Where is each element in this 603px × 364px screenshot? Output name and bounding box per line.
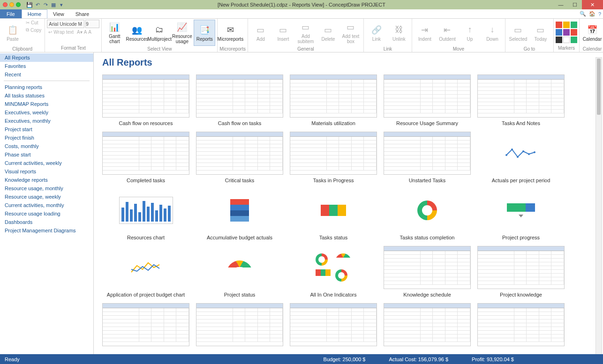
add-subitem-button[interactable]: ▭Add subitem <box>295 20 317 46</box>
vertical-scrollbar[interactable] <box>595 57 602 359</box>
sidebar-item-resource-usage-weekly[interactable]: Resource usage, weekly <box>0 193 93 201</box>
sidebar-item-executives-monthly[interactable]: Executives, monthly <box>0 117 93 125</box>
report-tile-application-of-project-budget-chart[interactable]: Application of project budget chart <box>102 246 189 297</box>
resource-usage-button[interactable]: 📈Resource usage <box>171 20 193 46</box>
down-button[interactable]: ↓Down <box>482 20 503 46</box>
report-tile-row23[interactable] <box>384 303 471 349</box>
close-button[interactable]: ✕ <box>582 0 603 9</box>
sidebar-item-costs-monthly[interactable]: Costs, monthly <box>0 142 93 150</box>
sidebar-item-mindmap-reports[interactable]: MINDMAP Reports <box>0 100 93 108</box>
font-size-select[interactable] <box>85 20 99 28</box>
maximize-button[interactable]: ☐ <box>568 0 582 9</box>
sidebar-item-phase-start[interactable]: Phase start <box>0 150 93 159</box>
report-tile-critical-tasks[interactable]: Critical tasks <box>196 132 283 183</box>
calendar-button[interactable]: 📅Calendar <box>581 20 603 46</box>
sidebar-item-dashboards[interactable]: Dashboards <box>0 218 93 226</box>
sidebar-item-resource-usage-loading[interactable]: Resource usage loading <box>0 209 93 218</box>
report-tile-row22[interactable] <box>290 303 377 349</box>
tab-home[interactable]: Home <box>22 9 47 18</box>
sidebar-item-recent[interactable]: Recent <box>0 70 93 79</box>
report-tile-project-progress[interactable]: Project progress <box>477 189 565 240</box>
file-menu[interactable]: File <box>0 9 22 18</box>
insert-button[interactable]: ▭Insert <box>272 20 294 46</box>
sidebar-item-favorites[interactable]: Favorites <box>0 62 93 70</box>
report-tile-label: Project progress <box>502 235 540 240</box>
sidebar-item-project-finish[interactable]: Project finish <box>0 134 93 142</box>
report-tile-unstarted-tasks[interactable]: Unstarted Tasks <box>384 132 471 183</box>
cut-button[interactable]: ✂Cut <box>24 20 43 26</box>
home-icon[interactable]: 🏠 <box>589 11 595 17</box>
report-tile-label: Project status <box>224 292 256 297</box>
report-tile-label: Application of project budget chart <box>107 292 185 297</box>
qat-redo-icon[interactable]: ↷ <box>42 1 49 8</box>
report-tile-tasks-in-progress[interactable]: Tasks in Progress <box>290 132 377 183</box>
report-tile-all-in-one-indicators[interactable]: All In One Indicators <box>290 246 377 297</box>
qat-undo-icon[interactable]: ↶ <box>34 1 41 8</box>
delete-button[interactable]: ▭Delete <box>317 20 339 46</box>
report-tile-materials-utilization[interactable]: Materials utilization <box>290 74 377 126</box>
font-color-icon[interactable]: A▾ <box>77 30 83 35</box>
report-tile-row20[interactable] <box>102 303 189 349</box>
mac-close-icon[interactable] <box>3 2 8 7</box>
gantt-chart-button[interactable]: 📊Gantt chart <box>104 20 125 46</box>
markers-grid[interactable] <box>556 22 577 43</box>
resources-button[interactable]: 👥Resources <box>126 20 148 46</box>
tab-view[interactable]: View <box>47 9 70 18</box>
scrollbar-thumb[interactable] <box>597 59 601 115</box>
qat-more-icon[interactable]: ▾ <box>58 1 65 8</box>
report-tile-accumulative-budget-actuals[interactable]: Accumulative budget actuals <box>196 189 283 240</box>
sidebar-item-visual-reports[interactable]: Visual reports <box>0 167 93 176</box>
sidebar-item-all-reports[interactable]: All Reports <box>0 53 93 62</box>
search-icon[interactable]: 🔍 <box>580 11 586 17</box>
reports-button[interactable]: 📑Reports <box>194 20 215 46</box>
font-family-select[interactable] <box>47 20 84 28</box>
font-larger-icon[interactable]: A <box>88 30 91 35</box>
mac-zoom-icon[interactable] <box>16 2 21 7</box>
report-tile-cash-flow-on-resources[interactable]: Cash flow on resources <box>102 74 189 126</box>
font-smaller-icon[interactable]: A <box>84 30 87 35</box>
selected-button[interactable]: ▭Selected <box>507 20 529 46</box>
sidebar-item-executives-weekly[interactable]: Executives, weekly <box>0 108 93 117</box>
report-tile-knowledge-schedule[interactable]: Knowledge schedule <box>384 246 471 297</box>
qat-save-icon[interactable]: 💾 <box>26 1 33 8</box>
report-tile-resource-usage-summary[interactable]: Resource Usage Summary <box>384 74 471 126</box>
multiproject-button[interactable]: 🗂Multiproject <box>149 20 170 46</box>
report-tile-project-status[interactable]: Project status <box>196 246 283 297</box>
up-button[interactable]: ↑Up <box>459 20 481 46</box>
tab-share[interactable]: Share <box>70 9 95 18</box>
sidebar-item-project-start[interactable]: Project start <box>0 125 93 134</box>
report-tile-completed-tasks[interactable]: Completed tasks <box>102 132 189 183</box>
indent-button[interactable]: ⇥Indent <box>414 20 436 46</box>
minimize-button[interactable]: — <box>554 0 568 9</box>
qat-doc-icon[interactable]: ▦ <box>50 1 57 8</box>
report-tile-tasks-and-notes[interactable]: Tasks And Notes <box>477 74 565 126</box>
copy-button[interactable]: ⧉Copy <box>24 27 43 33</box>
outdent-button[interactable]: ⇤Outdent <box>437 20 458 46</box>
report-tile-project-knowledge[interactable]: Project knowledge <box>477 246 565 297</box>
sidebar-item-current-activities-monthly[interactable]: Current activities, monthly <box>0 201 93 209</box>
report-tile-label: Critical tasks <box>225 178 254 183</box>
report-tile-tasks-status-completion[interactable]: Tasks status completion <box>384 189 471 240</box>
help-icon[interactable]: ? <box>598 11 601 17</box>
today-button[interactable]: ▭Today <box>530 20 551 46</box>
microreports-button[interactable]: ✉Microreports <box>219 20 241 46</box>
mac-minimize-icon[interactable] <box>9 2 14 7</box>
report-tile-actuals-per-project-period[interactable]: Actuals per project period <box>477 132 565 183</box>
sidebar-item-project-management-diagrams[interactable]: Project Management Diagrams <box>0 226 93 235</box>
report-tile-row24[interactable] <box>477 303 565 349</box>
report-tile-cash-flow-on-tasks[interactable]: Cash flow on tasks <box>196 74 283 126</box>
sidebar-item-all-tasks-statuses[interactable]: All tasks statuses <box>0 91 93 100</box>
link-button[interactable]: 🔗Link <box>366 20 387 46</box>
report-tile-tasks-status[interactable]: Tasks status <box>290 189 377 240</box>
wrap-text-button[interactable]: ↩Wrap text A▾ A A <box>47 29 93 35</box>
report-tile-row21[interactable] <box>196 303 283 349</box>
sidebar-item-planning-reports[interactable]: Planning reports <box>0 83 93 91</box>
sidebar-item-current-activities-weekly[interactable]: Current activities, weekly <box>0 159 93 167</box>
unlink-button[interactable]: ⛓Unlink <box>388 20 410 46</box>
add-button[interactable]: ▭Add <box>250 20 271 46</box>
sidebar-item-knowledge-reports[interactable]: Knowledge reports <box>0 176 93 184</box>
report-tile-resources-chart[interactable]: Resources chart <box>102 189 189 240</box>
sidebar-item-resource-usage-monthly[interactable]: Resource usage, monthly <box>0 184 93 193</box>
add-textbox-button[interactable]: ▭Add text box <box>340 20 362 46</box>
paste-button[interactable]: 📋 Paste <box>2 20 23 46</box>
